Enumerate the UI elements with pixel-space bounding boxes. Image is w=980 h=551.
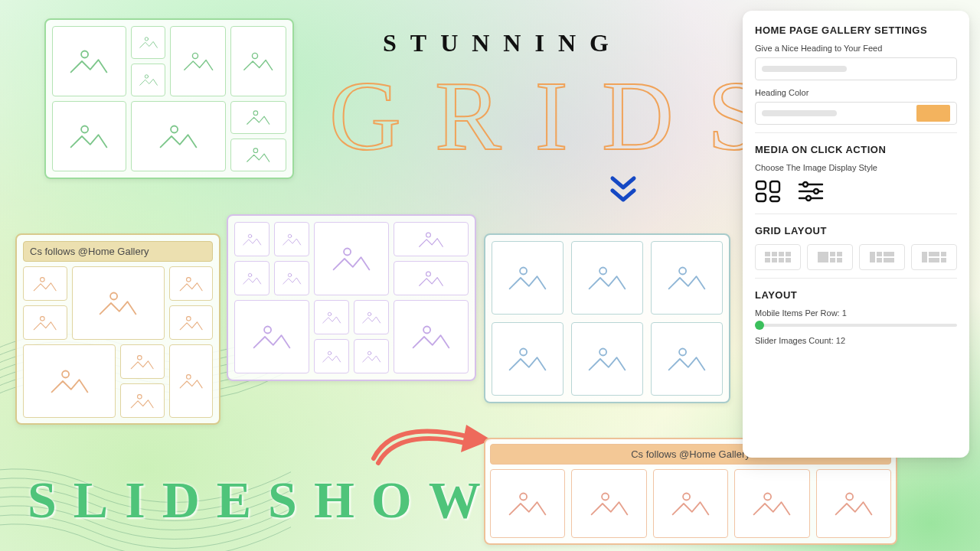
grid-card-purple xyxy=(227,214,476,381)
heading-input-label: Give a Nice Heading to Your Feed xyxy=(755,44,957,53)
slider-count-label: Slider Images Count: 12 xyxy=(755,336,957,345)
grid-tile xyxy=(314,300,349,334)
grid-style-icon[interactable] xyxy=(755,180,781,206)
svg-point-6 xyxy=(803,182,808,187)
grid-tile xyxy=(234,261,270,295)
mobile-items-label: Mobile Items Per Row: 1 xyxy=(755,308,957,318)
grid-tile xyxy=(131,101,226,171)
grid-tile xyxy=(394,261,469,295)
grid-card-green xyxy=(44,18,294,179)
grid-tile xyxy=(354,300,389,334)
grid-tile xyxy=(314,222,389,295)
grid-tile xyxy=(131,26,165,59)
grid-tile xyxy=(131,64,165,96)
grid-tile xyxy=(234,300,309,373)
grid-tile xyxy=(169,344,214,418)
settings-panel: HOME PAGE GALLERY SETTINGS Give a Nice H… xyxy=(743,11,969,458)
slider-style-icon[interactable] xyxy=(798,180,824,206)
grid-tile xyxy=(23,344,116,418)
panel-title: HOME PAGE GALLERY SETTINGS xyxy=(755,24,957,36)
mobile-items-slider[interactable] xyxy=(755,324,957,327)
svg-point-8 xyxy=(814,189,818,194)
grid-tile xyxy=(230,101,286,134)
svg-rect-4 xyxy=(770,197,779,201)
grid-tile xyxy=(120,344,165,379)
grid-tile xyxy=(52,101,126,171)
curved-arrow-icon xyxy=(363,414,501,475)
divider xyxy=(755,132,957,133)
grid-layout-title: GRID LAYOUT xyxy=(755,225,957,236)
grid-tile xyxy=(571,322,643,396)
headline-grids: GRIDS xyxy=(329,58,796,173)
divider xyxy=(755,214,957,214)
svg-rect-3 xyxy=(756,194,766,201)
media-click-title: MEDIA ON CLICK ACTION xyxy=(755,144,957,155)
divider xyxy=(755,278,957,279)
grid-tile xyxy=(23,266,67,301)
grid-tile xyxy=(120,383,165,418)
grid-tile xyxy=(169,305,214,340)
layout-section-title: LAYOUT xyxy=(755,289,957,301)
grid-tile xyxy=(492,322,564,396)
color-swatch[interactable] xyxy=(916,105,950,122)
heading-color-label: Heading Color xyxy=(755,88,957,97)
grid-tile xyxy=(394,222,469,256)
slideshow-tile xyxy=(816,469,891,538)
grid-tile xyxy=(394,300,469,373)
grid-tile xyxy=(651,322,723,396)
grid-card-header: Cs follows @Home Gallery xyxy=(23,241,213,262)
grid-layout-option-2[interactable] xyxy=(807,244,853,270)
svg-rect-1 xyxy=(756,181,766,189)
svg-point-10 xyxy=(806,196,811,201)
headline-stunning: STUNNING xyxy=(383,29,622,57)
slideshow-tile xyxy=(571,469,646,538)
media-click-sub: Choose The Image Display Style xyxy=(755,163,957,172)
grid-tile xyxy=(170,26,226,96)
grid-tile xyxy=(169,266,214,301)
grid-tile xyxy=(274,222,309,256)
grid-tile xyxy=(72,266,165,340)
grid-tile xyxy=(52,26,126,96)
grid-tile xyxy=(314,339,349,373)
grid-tile xyxy=(234,222,270,256)
grid-tile xyxy=(23,305,67,340)
grid-tile xyxy=(230,139,286,171)
grid-layout-option-4[interactable] xyxy=(911,244,957,270)
svg-rect-2 xyxy=(770,181,779,192)
heading-input[interactable] xyxy=(755,57,957,80)
grid-card-olive: Cs follows @Home Gallery xyxy=(15,233,220,425)
grid-tile xyxy=(492,241,564,315)
slideshow-tile xyxy=(653,469,728,538)
grid-tile xyxy=(571,241,643,315)
grid-tile xyxy=(354,339,389,373)
grid-layout-option-1[interactable] xyxy=(755,244,801,270)
slideshow-tile xyxy=(490,469,565,538)
grid-layout-option-3[interactable] xyxy=(859,244,905,270)
grid-tile xyxy=(651,241,723,315)
grid-tile xyxy=(230,26,286,96)
grid-tile xyxy=(274,261,309,295)
heading-color-input[interactable] xyxy=(755,102,957,125)
headline-slideshow: SLIDESHOW xyxy=(28,470,498,530)
grid-card-teal xyxy=(484,233,730,403)
slideshow-tile xyxy=(734,469,809,538)
double-chevron-down-icon xyxy=(609,175,637,206)
